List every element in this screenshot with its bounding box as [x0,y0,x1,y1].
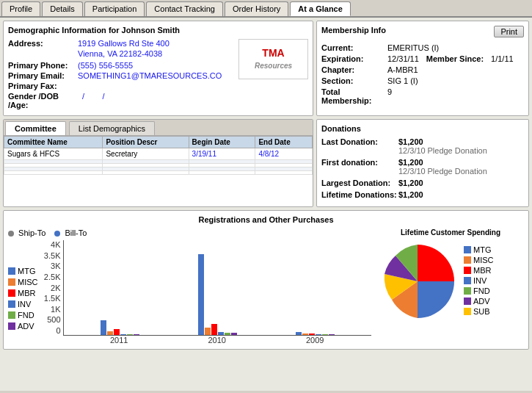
total-row: Total Membership: 9 [321,87,524,105]
bar-2010-mtg [198,254,204,335]
ship-to-legend: Ship-To [8,228,45,237]
address-label: Address: [8,39,78,48]
cat-adv: ADV [8,322,38,331]
pie-chart-area: Lifetime Customer Spending [377,228,524,345]
bar-2010-fnd [225,333,230,335]
cat-misc: MISC [8,278,38,286]
address-line2: Vienna, VA 22182-4038 [78,49,234,58]
bar-2010-mbr [211,324,217,335]
chart-legend: Ship-To Bill-To [8,228,371,237]
pie-legend-adv: ADV [464,297,494,306]
last-donation-amount: $1,200 [398,137,487,146]
expiration-value: 12/31/11 [387,54,419,63]
section-row: Section: SIG 1 (I) [321,76,524,85]
tab-participation[interactable]: Participation [84,1,145,16]
largest-donation-row: Largest Donation: $1,200 [321,179,524,187]
charts-row: Ship-To Bill-To MTG [8,228,524,345]
member-since-label: Member Since: [426,54,484,63]
email-label: Primary Email: [8,71,78,80]
section-value: SIG 1 (I) [387,76,418,85]
registrations-title: Registrations and Other Purchases [8,215,524,224]
membership-title: Membership Info [321,26,386,35]
section-label: Section: [321,76,387,85]
total-value: 9 [387,87,392,105]
tab-contact-tracking[interactable]: Contact Tracking [146,1,223,16]
pie-slice-misc [418,281,454,318]
lifetime-donation-details: $1,200 [398,190,423,199]
gender-row: Gender /DOB /Age: / / [8,92,234,109]
pie-legend-sub: SUB [464,307,494,316]
address-value: 1919 Gallows Rd Ste 400 [78,39,170,48]
ship-to-dot [8,231,14,237]
bill-to-legend: Bill-To [54,228,87,237]
bar-2011-fnd [127,334,133,335]
tab-details[interactable]: Details [42,1,83,16]
cell-begin-date: 3/19/11 [189,148,255,160]
y-axis: 4K 3.5K 3K 2.5K 2K 1.5K 1K 500 0 [42,240,62,335]
bar-2011-misc [107,331,113,335]
chart-with-legend: MTG MISC MBR INV [8,240,371,345]
cat-fnd: FND [8,311,38,320]
main-content: Demographic Information for Johnson Smit… [0,18,532,391]
demo-title: Demographic Information for Johnson Smit… [8,26,308,35]
fax-label: Primary Fax: [8,82,78,90]
demo-content: Address: 1919 Gallows Rd Ste 400 Vienna,… [8,39,308,111]
inner-tab-committee[interactable]: Committee [5,121,66,135]
tab-bar: Profile Details Participation Contact Tr… [0,0,532,18]
bar-chart-container: Ship-To Bill-To MTG [8,228,371,345]
last-donation-label: Last Donation: [321,137,398,155]
first-donation-amount: $1,200 [398,158,487,167]
demographic-box: Demographic Information for Johnson Smit… [3,21,313,116]
donations-title: Donations [321,124,524,133]
col-end: End Date [255,137,313,148]
x-axis-labels: 2011 2010 2009 [63,336,372,345]
cat-mtg: MTG [8,267,38,275]
col-position: Position Descr [103,137,189,148]
logo: TMAResources [255,47,292,71]
last-donation-row: Last Donation: $1,200 12/3/10 Pledge Don… [321,137,524,155]
pie-swatch-fnd [464,287,471,295]
committee-table: Committee Name Position Descr Begin Date… [4,136,313,175]
address-row: Address: 1919 Gallows Rd Ste 400 [8,39,234,48]
bar-2009-inv [316,334,321,335]
lifetime-donation-amount: $1,200 [398,190,423,199]
mbr-swatch [8,289,15,297]
pie-legend-misc: MISC [464,256,494,264]
cell-end-date: 4/8/12 [255,148,313,160]
tab-profile[interactable]: Profile [1,1,40,16]
lifetime-donation-label: Lifetime Donations: [321,190,398,199]
cell-begin-date [189,171,255,175]
bar-groups [64,240,372,335]
pie-swatch-sub [464,308,471,315]
print-button[interactable]: Print [494,26,524,37]
chapter-label: Chapter: [321,65,387,74]
donations-box: Donations Last Donation: $1,200 12/3/10 … [316,119,529,207]
membership-header: Membership Info Print [321,26,524,39]
largest-donation-label: Largest Donation: [321,179,398,187]
chapter-row: Chapter: A-MBR1 [321,65,524,74]
table-row [4,171,313,175]
bar-2009-mbr [309,333,315,335]
inner-tab-list-demographics[interactable]: List Demographics [69,121,155,135]
x-label-2010: 2010 [208,336,226,345]
first-donation-label: First donation: [321,158,398,176]
bar-group-2009 [296,332,335,335]
category-legend: MTG MISC MBR INV [8,240,38,345]
pie-legend-fnd: FND [464,286,494,295]
pie-chart-svg [377,241,458,322]
tab-order-history[interactable]: Order History [225,1,288,16]
bar-2010-misc [205,328,211,335]
pie-title: Lifetime Customer Spending [377,228,524,237]
largest-donation-amount: $1,200 [398,179,423,187]
x-label-2011: 2011 [110,336,128,345]
tab-at-a-glance[interactable]: At a Glance [290,1,351,16]
x-label-2009: 2009 [306,336,324,345]
pie-swatch-mtg [464,246,471,253]
cell-end-date [255,171,313,175]
cell-position [103,171,189,175]
bar-2009-misc [302,333,308,335]
expiration-label: Expiration: [321,54,387,63]
bar-group-2011 [101,320,139,335]
gender-value: / / [78,92,105,109]
email-row: Primary Email: SOMETHING1@TMARESOURCES.C… [8,71,234,80]
